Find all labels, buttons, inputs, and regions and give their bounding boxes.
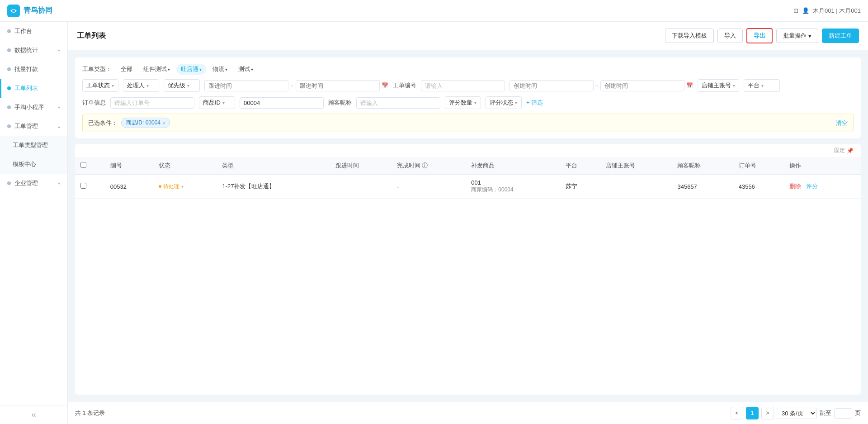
calendar-icon: 📅	[382, 82, 388, 89]
export-button[interactable]: 导出	[746, 28, 773, 43]
td-checkbox	[75, 175, 105, 199]
type-tab-logistics[interactable]: 物流▾	[208, 64, 232, 75]
content-body: 工单类型： 全部 组件测试▾ 旺店通▾ 物流▾ 测试▾	[68, 50, 868, 402]
fix-label: 固定	[834, 147, 845, 154]
sidebar-dot	[7, 29, 11, 33]
sidebar-item-mini-program[interactable]: 手淘小程序 ▾	[0, 98, 67, 117]
table-card: 固定 📌 编号 状态 类型 跟进时间 完成时间 ⓘ	[75, 144, 861, 395]
priority-select[interactable]: 优先级 ▾	[164, 79, 200, 92]
batch-ops-button[interactable]: 批量操作 ▾	[776, 29, 818, 43]
sidebar-item-label: 数据统计	[14, 46, 58, 54]
sidebar-item-label: 工单类型管理	[13, 141, 60, 149]
calendar-icon: 📅	[686, 82, 693, 89]
order-info-input[interactable]	[110, 97, 194, 109]
delete-action-button[interactable]: 删除	[789, 183, 801, 190]
chevron-down-icon: ▾	[187, 83, 189, 88]
rating-select[interactable]: 评分数量 ▾	[445, 96, 481, 109]
sidebar-item-task-type-mgmt[interactable]: 工单类型管理	[0, 136, 67, 155]
row-checkbox[interactable]	[80, 183, 86, 189]
td-customer: 345657	[672, 175, 733, 199]
supplement-name: 001	[471, 179, 555, 186]
download-template-button[interactable]: 下载导入模板	[665, 29, 714, 43]
deadline-end-input[interactable]	[296, 80, 380, 91]
type-tab-component-test[interactable]: 组件测试▾	[139, 64, 175, 75]
status-select[interactable]: 工单状态 ▾	[82, 79, 118, 92]
type-tab-all[interactable]: 全部	[116, 64, 137, 75]
sidebar-dot	[7, 124, 11, 128]
sidebar-item-task-list[interactable]: 工单列表	[0, 79, 67, 98]
rating-status-select[interactable]: 评分状态 ▾	[486, 96, 522, 109]
handler-select[interactable]: 处理人 ▾	[123, 79, 159, 92]
import-button[interactable]: 导入	[717, 29, 743, 43]
chevron-down-icon: ▾	[251, 67, 253, 72]
select-all-checkbox[interactable]	[80, 162, 86, 168]
condition-remove-button[interactable]: ×	[162, 120, 165, 126]
fix-row[interactable]: 固定 📌	[75, 144, 861, 157]
new-task-button[interactable]: 新建工单	[822, 29, 859, 43]
rate-action-button[interactable]: 评分	[806, 183, 818, 190]
task-no-label: 工单编号	[393, 81, 416, 90]
product-id-input[interactable]	[240, 97, 324, 109]
goto-page-input[interactable]	[834, 408, 852, 419]
sidebar-item-label: 工单列表	[14, 84, 60, 92]
goto-label: 跳至	[820, 409, 831, 417]
td-actions: 删除 评分	[784, 175, 861, 199]
deadline-range: ~ 📅	[204, 80, 388, 91]
th-status: 状态	[153, 157, 217, 175]
status-badge[interactable]: 待处理 ▾	[159, 183, 184, 191]
prev-page-button[interactable]: <	[731, 407, 743, 419]
sidebar-sub-group: 工单类型管理 模板中心	[0, 136, 67, 174]
deadline-start-input[interactable]	[204, 80, 288, 91]
sidebar-item-enterprise-mgmt[interactable]: 企业管理 ▾	[0, 174, 67, 193]
td-no: 00532	[105, 175, 153, 199]
sidebar-item-batch-order[interactable]: 批量打款	[0, 60, 67, 79]
sidebar-item-label: 模板中心	[13, 160, 60, 168]
header-actions: 下载导入模板 导入 导出 批量操作 ▾ 新建工单	[665, 28, 859, 43]
sidebar-dot	[7, 67, 11, 71]
clear-conditions-button[interactable]: 清空	[836, 119, 848, 127]
status-text: 待处理	[163, 183, 179, 191]
pagination-controls: < 1 > 30 条/页 50 条/页 100 条/页 跳至 页	[731, 407, 861, 419]
sidebar-item-label: 工单管理	[14, 122, 58, 130]
date-sep: ~	[290, 82, 294, 89]
condition-tag: 商品ID: 00004 ×	[121, 118, 170, 128]
sidebar-dot	[7, 48, 11, 52]
add-filter-button[interactable]: + 筛选	[526, 99, 543, 107]
chevron-down-icon: ▾	[515, 100, 517, 105]
sidebar-collapse-button[interactable]: «	[0, 405, 67, 424]
platform-select[interactable]: 平台 ▾	[744, 79, 780, 92]
task-no-input[interactable]	[421, 80, 505, 91]
current-page-button[interactable]: 1	[746, 407, 759, 419]
sidebar-item-data-stats[interactable]: 数据统计 ▾	[0, 41, 67, 60]
sidebar-item-task-mgmt[interactable]: 工单管理 ▴	[0, 117, 67, 136]
product-id-select[interactable]: 商品ID ▾	[199, 96, 235, 109]
th-platform: 平台	[560, 157, 600, 175]
sidebar-item-label: 手淘小程序	[14, 103, 58, 111]
active-conditions-bar: 已选条件： 商品ID: 00004 × 清空	[82, 114, 854, 132]
customer-label: 顾客昵称	[328, 99, 352, 107]
next-page-button[interactable]: >	[761, 407, 774, 419]
svg-point-1	[12, 10, 15, 12]
th-order-no: 订单号	[733, 157, 784, 175]
th-type: 类型	[217, 157, 330, 175]
shop-account-select[interactable]: 店铺主账号 ▾	[698, 79, 739, 92]
type-tab-wangdian[interactable]: 旺店通▾	[176, 64, 206, 75]
sidebar-item-workbench[interactable]: 工作台	[0, 22, 67, 41]
th-shop-account: 店铺主账号	[600, 157, 672, 175]
logo-area: 青鸟协同	[7, 5, 52, 17]
create-end-input[interactable]	[600, 80, 684, 91]
create-start-input[interactable]	[509, 80, 594, 91]
goto-page-label: 页	[855, 409, 861, 417]
page-title: 工单列表	[77, 31, 106, 41]
th-checkbox	[75, 157, 105, 175]
sidebar-item-template-center[interactable]: 模板中心	[0, 155, 67, 174]
td-platform: 苏宁	[560, 175, 600, 199]
chevron-down-icon: ▾	[733, 83, 735, 88]
page-size-select[interactable]: 30 条/页 50 条/页 100 条/页	[777, 408, 817, 419]
table-scroll-container[interactable]: 编号 状态 类型 跟进时间 完成时间 ⓘ 补发商品 平台 店铺主账号 顾客昵称 …	[75, 157, 861, 199]
task-table: 编号 状态 类型 跟进时间 完成时间 ⓘ 补发商品 平台 店铺主账号 顾客昵称 …	[75, 157, 861, 199]
screen-icon[interactable]: ⊡	[793, 7, 798, 14]
customer-input[interactable]	[356, 97, 440, 109]
type-tab-test[interactable]: 测试▾	[234, 64, 258, 75]
condition-tag-label: 商品ID: 00004	[126, 119, 160, 127]
